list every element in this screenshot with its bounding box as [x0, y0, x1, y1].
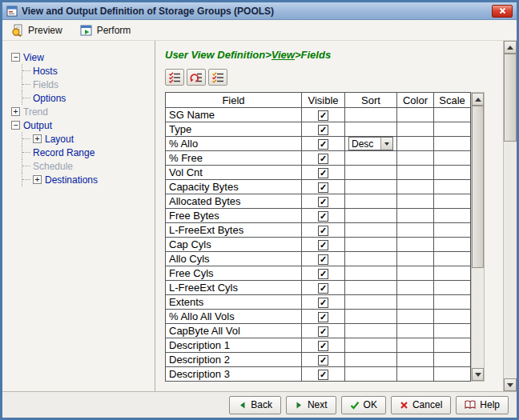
table-scrollbar-track[interactable]: [472, 106, 484, 368]
sort-cell[interactable]: Desc: [345, 137, 397, 151]
uncheck-all-fields-button[interactable]: [208, 69, 227, 86]
expand-icon[interactable]: +: [33, 134, 42, 143]
color-cell[interactable]: [397, 367, 434, 382]
scale-cell[interactable]: [434, 310, 471, 324]
panel-scroll-up-icon[interactable]: [504, 41, 517, 54]
scale-cell[interactable]: [434, 338, 471, 353]
scale-cell[interactable]: [434, 281, 471, 295]
color-cell[interactable]: [397, 223, 434, 238]
field-name-cell[interactable]: % Allo: [166, 137, 302, 151]
color-cell[interactable]: [397, 324, 434, 338]
field-name-cell[interactable]: SG Name: [166, 108, 302, 122]
field-name-cell[interactable]: Description 3: [166, 367, 302, 382]
reset-fields-button[interactable]: [187, 69, 206, 86]
field-name-cell[interactable]: Capacity Bytes: [166, 180, 302, 194]
sort-cell[interactable]: [345, 353, 397, 367]
field-name-cell[interactable]: Free Bytes: [166, 209, 302, 223]
visible-checkbox[interactable]: ✓: [318, 355, 328, 366]
visible-checkbox[interactable]: ✓: [318, 168, 328, 178]
color-cell[interactable]: [397, 310, 434, 324]
scale-cell[interactable]: [434, 223, 471, 238]
tree-item-layout[interactable]: +Layout: [22, 132, 153, 146]
sort-cell[interactable]: [345, 310, 397, 324]
field-name-cell[interactable]: Vol Cnt: [166, 166, 302, 180]
sort-cell[interactable]: [345, 151, 397, 166]
sort-cell[interactable]: [345, 295, 397, 310]
sort-cell[interactable]: [345, 266, 397, 281]
sort-cell[interactable]: [345, 166, 397, 180]
scale-cell[interactable]: [434, 353, 471, 367]
ok-button[interactable]: OK: [341, 396, 386, 414]
help-button[interactable]: Help: [456, 396, 509, 414]
scale-cell[interactable]: [434, 295, 471, 310]
field-name-cell[interactable]: Free Cyls: [166, 266, 302, 281]
close-button[interactable]: [492, 5, 513, 18]
field-name-cell[interactable]: % Free: [166, 151, 302, 166]
scale-cell[interactable]: [434, 180, 471, 194]
visible-checkbox[interactable]: ✓: [318, 197, 328, 207]
table-scrollbar[interactable]: [471, 92, 485, 382]
panel-scrollbar-thumb[interactable]: [504, 54, 517, 142]
table-scrollbar-thumb[interactable]: [472, 106, 484, 268]
color-cell[interactable]: [397, 353, 434, 367]
visible-checkbox[interactable]: ✓: [318, 125, 328, 135]
panel-scroll-down-icon[interactable]: [504, 378, 517, 391]
sort-dropdown[interactable]: Desc: [348, 137, 393, 150]
sort-cell[interactable]: [345, 238, 397, 252]
titlebar[interactable]: View and Output Definition of Storage Gr…: [2, 2, 517, 20]
tree-item-output[interactable]: −Output: [11, 118, 153, 132]
scale-cell[interactable]: [434, 122, 471, 137]
sort-cell[interactable]: [345, 209, 397, 223]
visible-checkbox[interactable]: ✓: [318, 154, 328, 164]
color-cell[interactable]: [397, 137, 434, 151]
tree-item-trend[interactable]: +Trend: [11, 105, 153, 118]
color-cell[interactable]: [397, 266, 434, 281]
scroll-down-icon[interactable]: [472, 368, 484, 381]
visible-checkbox[interactable]: ✓: [318, 341, 328, 351]
visible-checkbox[interactable]: ✓: [318, 139, 328, 150]
collapse-icon[interactable]: −: [11, 53, 20, 62]
color-cell[interactable]: [397, 122, 434, 137]
scale-cell[interactable]: [434, 367, 471, 382]
visible-checkbox[interactable]: ✓: [318, 312, 328, 322]
cancel-button[interactable]: Cancel: [391, 396, 451, 414]
panel-scrollbar[interactable]: [503, 41, 517, 391]
field-name-cell[interactable]: Cap Cyls: [166, 238, 302, 252]
field-name-cell[interactable]: L-FreeExt Bytes: [166, 223, 302, 238]
sort-cell[interactable]: [345, 223, 397, 238]
visible-checkbox[interactable]: ✓: [318, 254, 328, 265]
color-cell[interactable]: [397, 281, 434, 295]
color-cell[interactable]: [397, 295, 434, 310]
expand-icon[interactable]: +: [11, 107, 20, 116]
perform-button[interactable]: Perform: [78, 22, 134, 38]
field-name-cell[interactable]: L-FreeExt Cyls: [166, 281, 302, 295]
scale-cell[interactable]: [434, 166, 471, 180]
tree-item-options[interactable]: Options: [22, 91, 153, 105]
scale-cell[interactable]: [434, 151, 471, 166]
color-cell[interactable]: [397, 209, 434, 223]
sort-cell[interactable]: [345, 122, 397, 137]
visible-checkbox[interactable]: ✓: [318, 211, 328, 222]
field-name-cell[interactable]: Type: [166, 122, 302, 137]
color-cell[interactable]: [397, 252, 434, 266]
back-button[interactable]: Back: [229, 396, 281, 414]
field-name-cell[interactable]: Allo Cyls: [166, 252, 302, 266]
tree-item-schedule[interactable]: Schedule: [22, 159, 153, 173]
field-name-cell[interactable]: % Allo All Vols: [166, 310, 302, 324]
color-cell[interactable]: [397, 238, 434, 252]
tree-item-record-range[interactable]: Record Range: [22, 146, 153, 159]
field-name-cell[interactable]: CapByte All Vol: [166, 324, 302, 338]
scale-cell[interactable]: [434, 252, 471, 266]
expand-icon[interactable]: +: [33, 175, 42, 184]
visible-checkbox[interactable]: ✓: [318, 110, 328, 121]
tree-item-fields[interactable]: Fields: [22, 78, 153, 91]
collapse-icon[interactable]: −: [11, 121, 20, 130]
sort-cell[interactable]: [345, 324, 397, 338]
preview-button[interactable]: Preview: [9, 22, 65, 38]
color-cell[interactable]: [397, 151, 434, 166]
color-cell[interactable]: [397, 180, 434, 194]
sort-cell[interactable]: [345, 338, 397, 353]
sort-cell[interactable]: [345, 180, 397, 194]
tree-item-view[interactable]: −View: [11, 50, 153, 64]
color-cell[interactable]: [397, 166, 434, 180]
